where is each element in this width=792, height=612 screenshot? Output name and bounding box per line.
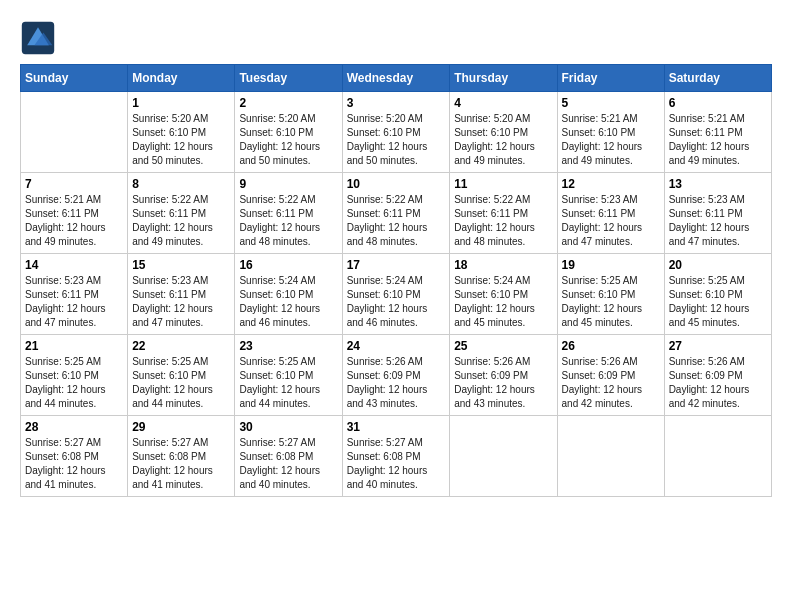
cell-sun-info: Sunrise: 5:24 AM Sunset: 6:10 PM Dayligh… bbox=[454, 274, 552, 330]
cell-sun-info: Sunrise: 5:27 AM Sunset: 6:08 PM Dayligh… bbox=[132, 436, 230, 492]
weekday-header: Thursday bbox=[450, 65, 557, 92]
cell-sun-info: Sunrise: 5:26 AM Sunset: 6:09 PM Dayligh… bbox=[347, 355, 446, 411]
calendar-cell: 15Sunrise: 5:23 AM Sunset: 6:11 PM Dayli… bbox=[128, 254, 235, 335]
cell-sun-info: Sunrise: 5:25 AM Sunset: 6:10 PM Dayligh… bbox=[25, 355, 123, 411]
calendar-cell bbox=[664, 416, 771, 497]
day-number: 23 bbox=[239, 339, 337, 353]
calendar-cell: 8Sunrise: 5:22 AM Sunset: 6:11 PM Daylig… bbox=[128, 173, 235, 254]
calendar-cell: 20Sunrise: 5:25 AM Sunset: 6:10 PM Dayli… bbox=[664, 254, 771, 335]
day-number: 20 bbox=[669, 258, 767, 272]
logo bbox=[20, 20, 60, 56]
day-number: 10 bbox=[347, 177, 446, 191]
cell-sun-info: Sunrise: 5:27 AM Sunset: 6:08 PM Dayligh… bbox=[347, 436, 446, 492]
calendar-cell bbox=[450, 416, 557, 497]
cell-sun-info: Sunrise: 5:25 AM Sunset: 6:10 PM Dayligh… bbox=[239, 355, 337, 411]
calendar-week-row: 21Sunrise: 5:25 AM Sunset: 6:10 PM Dayli… bbox=[21, 335, 772, 416]
calendar-cell: 30Sunrise: 5:27 AM Sunset: 6:08 PM Dayli… bbox=[235, 416, 342, 497]
day-number: 12 bbox=[562, 177, 660, 191]
day-number: 7 bbox=[25, 177, 123, 191]
day-number: 4 bbox=[454, 96, 552, 110]
weekday-header: Friday bbox=[557, 65, 664, 92]
day-number: 24 bbox=[347, 339, 446, 353]
calendar-cell: 17Sunrise: 5:24 AM Sunset: 6:10 PM Dayli… bbox=[342, 254, 450, 335]
calendar-cell: 6Sunrise: 5:21 AM Sunset: 6:11 PM Daylig… bbox=[664, 92, 771, 173]
day-number: 22 bbox=[132, 339, 230, 353]
cell-sun-info: Sunrise: 5:24 AM Sunset: 6:10 PM Dayligh… bbox=[239, 274, 337, 330]
weekday-header: Saturday bbox=[664, 65, 771, 92]
day-number: 17 bbox=[347, 258, 446, 272]
weekday-header: Tuesday bbox=[235, 65, 342, 92]
calendar-cell: 14Sunrise: 5:23 AM Sunset: 6:11 PM Dayli… bbox=[21, 254, 128, 335]
calendar-cell: 4Sunrise: 5:20 AM Sunset: 6:10 PM Daylig… bbox=[450, 92, 557, 173]
calendar-cell: 7Sunrise: 5:21 AM Sunset: 6:11 PM Daylig… bbox=[21, 173, 128, 254]
cell-sun-info: Sunrise: 5:26 AM Sunset: 6:09 PM Dayligh… bbox=[562, 355, 660, 411]
calendar-cell: 29Sunrise: 5:27 AM Sunset: 6:08 PM Dayli… bbox=[128, 416, 235, 497]
cell-sun-info: Sunrise: 5:20 AM Sunset: 6:10 PM Dayligh… bbox=[454, 112, 552, 168]
weekday-header: Monday bbox=[128, 65, 235, 92]
day-number: 1 bbox=[132, 96, 230, 110]
day-number: 16 bbox=[239, 258, 337, 272]
day-number: 30 bbox=[239, 420, 337, 434]
calendar-week-row: 28Sunrise: 5:27 AM Sunset: 6:08 PM Dayli… bbox=[21, 416, 772, 497]
day-number: 9 bbox=[239, 177, 337, 191]
cell-sun-info: Sunrise: 5:20 AM Sunset: 6:10 PM Dayligh… bbox=[132, 112, 230, 168]
day-number: 8 bbox=[132, 177, 230, 191]
day-number: 26 bbox=[562, 339, 660, 353]
cell-sun-info: Sunrise: 5:22 AM Sunset: 6:11 PM Dayligh… bbox=[239, 193, 337, 249]
cell-sun-info: Sunrise: 5:21 AM Sunset: 6:11 PM Dayligh… bbox=[25, 193, 123, 249]
day-number: 18 bbox=[454, 258, 552, 272]
calendar-table: SundayMondayTuesdayWednesdayThursdayFrid… bbox=[20, 64, 772, 497]
cell-sun-info: Sunrise: 5:21 AM Sunset: 6:11 PM Dayligh… bbox=[669, 112, 767, 168]
day-number: 2 bbox=[239, 96, 337, 110]
calendar-cell: 23Sunrise: 5:25 AM Sunset: 6:10 PM Dayli… bbox=[235, 335, 342, 416]
day-number: 25 bbox=[454, 339, 552, 353]
calendar-cell: 22Sunrise: 5:25 AM Sunset: 6:10 PM Dayli… bbox=[128, 335, 235, 416]
calendar-header-row: SundayMondayTuesdayWednesdayThursdayFrid… bbox=[21, 65, 772, 92]
calendar-week-row: 7Sunrise: 5:21 AM Sunset: 6:11 PM Daylig… bbox=[21, 173, 772, 254]
day-number: 13 bbox=[669, 177, 767, 191]
cell-sun-info: Sunrise: 5:23 AM Sunset: 6:11 PM Dayligh… bbox=[25, 274, 123, 330]
day-number: 21 bbox=[25, 339, 123, 353]
cell-sun-info: Sunrise: 5:27 AM Sunset: 6:08 PM Dayligh… bbox=[25, 436, 123, 492]
day-number: 6 bbox=[669, 96, 767, 110]
calendar-cell bbox=[21, 92, 128, 173]
cell-sun-info: Sunrise: 5:22 AM Sunset: 6:11 PM Dayligh… bbox=[454, 193, 552, 249]
calendar-cell: 3Sunrise: 5:20 AM Sunset: 6:10 PM Daylig… bbox=[342, 92, 450, 173]
day-number: 5 bbox=[562, 96, 660, 110]
calendar-cell: 27Sunrise: 5:26 AM Sunset: 6:09 PM Dayli… bbox=[664, 335, 771, 416]
day-number: 28 bbox=[25, 420, 123, 434]
calendar-week-row: 14Sunrise: 5:23 AM Sunset: 6:11 PM Dayli… bbox=[21, 254, 772, 335]
cell-sun-info: Sunrise: 5:21 AM Sunset: 6:10 PM Dayligh… bbox=[562, 112, 660, 168]
cell-sun-info: Sunrise: 5:23 AM Sunset: 6:11 PM Dayligh… bbox=[669, 193, 767, 249]
cell-sun-info: Sunrise: 5:23 AM Sunset: 6:11 PM Dayligh… bbox=[132, 274, 230, 330]
logo-icon bbox=[20, 20, 56, 56]
cell-sun-info: Sunrise: 5:22 AM Sunset: 6:11 PM Dayligh… bbox=[347, 193, 446, 249]
calendar-cell: 12Sunrise: 5:23 AM Sunset: 6:11 PM Dayli… bbox=[557, 173, 664, 254]
day-number: 27 bbox=[669, 339, 767, 353]
day-number: 14 bbox=[25, 258, 123, 272]
calendar-cell: 2Sunrise: 5:20 AM Sunset: 6:10 PM Daylig… bbox=[235, 92, 342, 173]
cell-sun-info: Sunrise: 5:23 AM Sunset: 6:11 PM Dayligh… bbox=[562, 193, 660, 249]
cell-sun-info: Sunrise: 5:25 AM Sunset: 6:10 PM Dayligh… bbox=[132, 355, 230, 411]
day-number: 29 bbox=[132, 420, 230, 434]
cell-sun-info: Sunrise: 5:20 AM Sunset: 6:10 PM Dayligh… bbox=[239, 112, 337, 168]
calendar-cell bbox=[557, 416, 664, 497]
day-number: 11 bbox=[454, 177, 552, 191]
cell-sun-info: Sunrise: 5:26 AM Sunset: 6:09 PM Dayligh… bbox=[669, 355, 767, 411]
calendar-cell: 10Sunrise: 5:22 AM Sunset: 6:11 PM Dayli… bbox=[342, 173, 450, 254]
day-number: 15 bbox=[132, 258, 230, 272]
calendar-cell: 28Sunrise: 5:27 AM Sunset: 6:08 PM Dayli… bbox=[21, 416, 128, 497]
calendar-cell: 13Sunrise: 5:23 AM Sunset: 6:11 PM Dayli… bbox=[664, 173, 771, 254]
calendar-cell: 21Sunrise: 5:25 AM Sunset: 6:10 PM Dayli… bbox=[21, 335, 128, 416]
cell-sun-info: Sunrise: 5:25 AM Sunset: 6:10 PM Dayligh… bbox=[669, 274, 767, 330]
calendar-cell: 9Sunrise: 5:22 AM Sunset: 6:11 PM Daylig… bbox=[235, 173, 342, 254]
day-number: 3 bbox=[347, 96, 446, 110]
calendar-cell: 24Sunrise: 5:26 AM Sunset: 6:09 PM Dayli… bbox=[342, 335, 450, 416]
calendar-cell: 5Sunrise: 5:21 AM Sunset: 6:10 PM Daylig… bbox=[557, 92, 664, 173]
day-number: 19 bbox=[562, 258, 660, 272]
calendar-cell: 1Sunrise: 5:20 AM Sunset: 6:10 PM Daylig… bbox=[128, 92, 235, 173]
calendar-cell: 31Sunrise: 5:27 AM Sunset: 6:08 PM Dayli… bbox=[342, 416, 450, 497]
calendar-week-row: 1Sunrise: 5:20 AM Sunset: 6:10 PM Daylig… bbox=[21, 92, 772, 173]
cell-sun-info: Sunrise: 5:26 AM Sunset: 6:09 PM Dayligh… bbox=[454, 355, 552, 411]
weekday-header: Wednesday bbox=[342, 65, 450, 92]
